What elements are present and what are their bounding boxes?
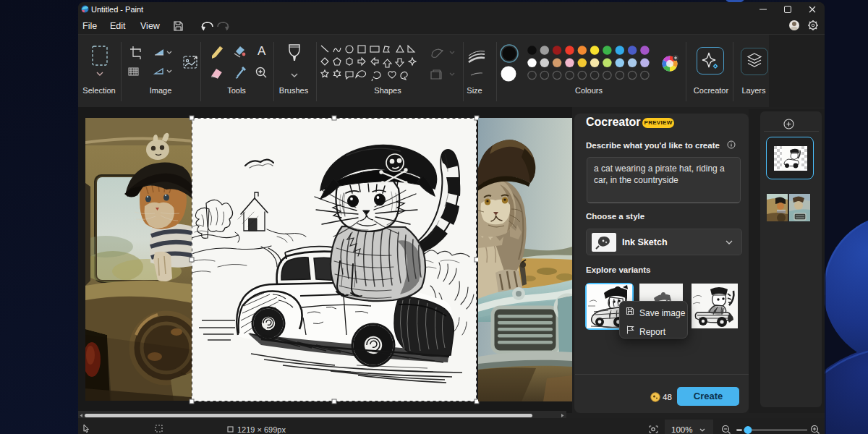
svg-text:A: A bbox=[258, 44, 266, 58]
